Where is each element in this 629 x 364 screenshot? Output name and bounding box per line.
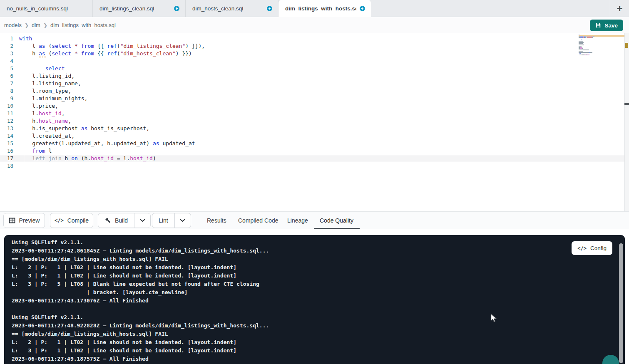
code-line[interactable]: 13 h.is_superhost as host_is_superhost,	[0, 125, 629, 132]
code-text: left join h on (h.host_id = l.host_id)	[19, 155, 156, 162]
code-text: with	[19, 35, 32, 42]
save-button-label: Save	[604, 22, 618, 29]
tab-compiled-code[interactable]: Compiled Code	[238, 212, 278, 229]
compile-button-label: Compile	[67, 217, 89, 224]
breadcrumb-item[interactable]: dim	[32, 22, 40, 28]
lint-button[interactable]: Lint	[152, 213, 174, 228]
code-line[interactable]: 11 l.host_id,	[0, 110, 629, 117]
minimap-segment	[579, 35, 579, 35]
modified-indicator-icon	[174, 6, 179, 11]
minimap-segment	[594, 36, 594, 37]
code-line[interactable]: 16 from l	[0, 147, 629, 155]
editor-tab-label: no_nulls_in_columns.sql	[7, 5, 68, 12]
minimap-segment	[579, 43, 583, 44]
lint-output-terminal[interactable]: Using SQLFluff v2.1.1.2023-06-06T11:27:4…	[4, 235, 625, 364]
minimap-line	[579, 36, 609, 37]
line-number: 9	[0, 95, 19, 102]
terminal-line: | bracket. [layout.cte_newline]	[12, 288, 625, 297]
minimap-line	[579, 51, 609, 52]
code-line[interactable]: 14 l.created_at,	[0, 132, 629, 140]
code-line[interactable]: 8 l.room_type,	[0, 87, 629, 95]
code-line[interactable]: 1with	[0, 35, 629, 42]
overview-ruler-cursor-mark	[624, 103, 629, 105]
compile-button[interactable]: </> Compile	[50, 213, 93, 228]
editor-tabs: no_nulls_in_columns.sqldim_listings_clea…	[0, 0, 371, 17]
minimap-segment	[590, 52, 593, 53]
preview-button[interactable]: Preview	[3, 213, 45, 228]
tab-code-quality[interactable]: Code Quality	[320, 212, 353, 229]
config-button[interactable]: </> Config	[572, 241, 612, 255]
build-dropdown-button[interactable]	[134, 213, 150, 228]
code-line[interactable]: 7 l.listing_name,	[0, 80, 629, 87]
editor-tab[interactable]: dim_hosts_clean.sql	[186, 0, 278, 17]
code-text: l.listing_id,	[19, 72, 75, 80]
editor-tab[interactable]: dim_listings_clean.sql	[93, 0, 186, 17]
code-icon: </>	[55, 218, 64, 223]
code-line[interactable]: 9 l.minimum_nights,	[0, 95, 629, 102]
code-line[interactable]: 17 left join h on (h.host_id = l.host_id…	[0, 155, 629, 162]
code-editor[interactable]: 1with2 l as (select * from {{ ref("dim_l…	[0, 33, 629, 211]
terminal-line: L: 2 | P: 1 | LT02 | Line should not be …	[12, 263, 625, 272]
breadcrumb-item[interactable]: dim_listings_with_hosts.sql	[50, 22, 116, 28]
build-button[interactable]: Build	[98, 213, 134, 228]
code-icon: </>	[577, 245, 587, 251]
code-line[interactable]: 18	[0, 162, 629, 170]
terminal-scrollbar[interactable]	[619, 243, 623, 363]
terminal-line: 2023-06-06T11:27:42.861845Z — Linting mo…	[12, 247, 625, 255]
minimap-segment	[579, 52, 589, 53]
minimap-line	[579, 46, 609, 47]
ide-window: no_nulls_in_columns.sqldim_listings_clea…	[0, 0, 629, 364]
line-number: 1	[0, 35, 19, 42]
minimap-line	[579, 48, 609, 49]
minimap-segment	[584, 50, 589, 50]
editor-minimap[interactable]	[579, 35, 609, 57]
breadcrumb-item[interactable]: models	[4, 22, 22, 28]
line-number: 12	[0, 117, 19, 125]
terminal-line: L: 3 | P: 5 | LT08 | Blank line expected…	[12, 280, 625, 288]
minimap-line	[579, 50, 609, 50]
overview-ruler[interactable]	[624, 33, 629, 211]
action-toolbar: Preview </> Compile Build Lint	[0, 211, 629, 229]
tab-lineage[interactable]: Lineage	[287, 212, 308, 229]
minimap-segment	[587, 37, 592, 38]
code-line[interactable]: 15 greatest(l.updated_at, h.updated_at) …	[0, 140, 629, 147]
code-text: l.created_at,	[19, 132, 75, 140]
terminal-line: Using SQLFluff v2.1.1.	[12, 238, 625, 247]
line-number: 3	[0, 50, 19, 57]
lint-warning-squiggly	[39, 55, 46, 57]
minimap-segment	[579, 51, 583, 52]
minimap-segment	[579, 45, 584, 45]
terminal-line: 2023-06-06T11:27:48.922828Z — Linting mo…	[12, 322, 625, 330]
minimap-line	[579, 52, 609, 53]
terminal-line: 2023-06-06T11:27:43.173076Z — All Finish…	[12, 297, 625, 305]
line-number: 6	[0, 72, 19, 80]
lint-button-group: Lint	[152, 213, 191, 228]
overview-ruler-warning-mark	[625, 43, 628, 48]
tab-results[interactable]: Results	[207, 212, 226, 229]
modified-indicator-icon	[360, 6, 365, 11]
code-text: h.host_name,	[19, 117, 71, 125]
table-icon	[9, 217, 15, 224]
minimap-line	[579, 53, 609, 54]
editor-tab[interactable]: no_nulls_in_columns.sql	[0, 0, 93, 17]
code-text: l.room_type,	[19, 87, 71, 95]
editor-tab[interactable]: dim_listings_with_hosts.sql	[278, 0, 371, 17]
save-button[interactable]: Save	[590, 20, 623, 31]
code-line[interactable]: 5 select	[0, 65, 629, 72]
code-line[interactable]: 2 l as (select * from {{ ref("dim_listin…	[0, 42, 629, 50]
code-line[interactable]: 4	[0, 57, 629, 65]
line-number: 10	[0, 102, 19, 110]
code-line[interactable]: 3 h as (select * from {{ ref("dim_hosts_…	[0, 50, 629, 57]
code-text: l.minimum_nights,	[19, 95, 87, 102]
code-line[interactable]: 10 l.price,	[0, 102, 629, 110]
line-number: 2	[0, 42, 19, 50]
code-line[interactable]: 6 l.listing_id,	[0, 72, 629, 80]
code-line[interactable]: 12 h.host_name,	[0, 117, 629, 125]
code-text: l.host_id,	[19, 110, 65, 117]
minimap-segment	[581, 53, 581, 54]
minimap-line	[579, 47, 609, 48]
lint-dropdown-button[interactable]	[174, 213, 191, 228]
new-tab-button[interactable]: +	[610, 0, 629, 17]
line-number: 13	[0, 125, 19, 132]
code-lines: 1with2 l as (select * from {{ ref("dim_l…	[0, 33, 629, 170]
